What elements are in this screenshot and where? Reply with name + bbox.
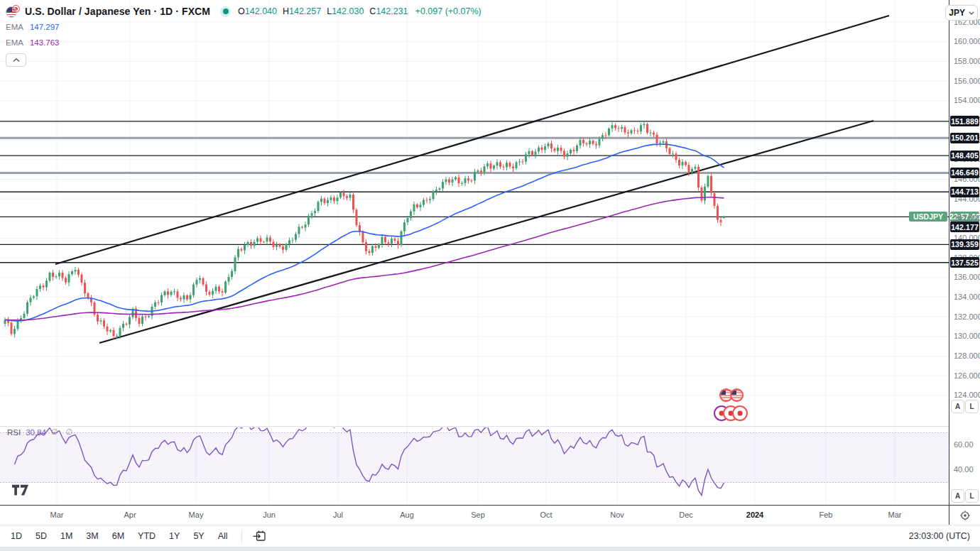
price-tick-label: 132.000 xyxy=(954,312,980,321)
price-level-badge: 144.713 xyxy=(950,187,979,197)
jp-flag-event-icon[interactable] xyxy=(732,405,748,421)
us-flag-event-icon[interactable] xyxy=(730,388,744,402)
log-scale-button[interactable]: L xyxy=(965,400,979,413)
month-label: Dec xyxy=(679,511,693,519)
month-label: Feb xyxy=(820,511,833,519)
price-tick-label: 158.000 xyxy=(954,57,980,65)
month-label: Sep xyxy=(471,511,485,519)
month-label: 2024 xyxy=(746,511,763,519)
currency-dropdown-label: JPY xyxy=(949,8,965,18)
rsi-tick-label: 40.00 xyxy=(954,465,974,474)
price-level-badge: 137.525 xyxy=(950,257,979,268)
rsi-legend[interactable]: RSI 30.84 ∅ ∅ xyxy=(7,427,75,437)
rsi-pane xyxy=(0,417,949,496)
price-change: +0.097 (+0.07%) xyxy=(415,6,481,16)
month-label: Jul xyxy=(333,511,343,519)
price-level-badge: 142.177 xyxy=(950,222,979,232)
rsi-tick-label: 60.00 xyxy=(954,440,974,449)
price-level-badge: 148.405 xyxy=(950,151,979,161)
month-label: May xyxy=(189,511,204,519)
range-1m[interactable]: 1M xyxy=(60,530,73,542)
symbol-title[interactable]: U.S. Dollar / Japanese Yen · 1D · FXCM xyxy=(25,6,210,17)
gridlines xyxy=(0,0,949,504)
auto-scale-button[interactable]: A xyxy=(951,400,964,413)
tradingview-window: U.S. Dollar / Japanese Yen · 1D · FXCM O… xyxy=(0,0,980,551)
tradingview-logo-watermark[interactable] xyxy=(12,484,29,499)
month-label: Nov xyxy=(610,511,624,519)
toolbar-divider xyxy=(241,530,242,543)
price-tick-label: 154.000 xyxy=(954,96,980,104)
ema-line xyxy=(5,197,724,320)
chart-legend: U.S. Dollar / Japanese Yen · 1D · FXCM O… xyxy=(6,4,481,67)
rsi-log-scale-button[interactable]: L xyxy=(965,489,979,503)
price-level-badge: 146.649 xyxy=(950,168,979,178)
price-chart[interactable] xyxy=(0,0,949,505)
price-level-badge: 150.201 xyxy=(950,133,979,143)
rsi-value: 30.84 xyxy=(26,428,46,437)
go-to-date-calendar-icon xyxy=(253,530,266,542)
ema-line xyxy=(5,144,724,321)
rsi-label: RSI xyxy=(7,428,21,437)
month-label: Aug xyxy=(400,511,414,519)
price-level-badge: 139.359 xyxy=(950,239,979,250)
price-tick-label: 156.000 xyxy=(954,77,980,85)
window-bottom-strip xyxy=(0,547,980,551)
us-jp-pair-flag-icon xyxy=(6,5,20,18)
ohlc-values: O142.040 H142.257 L142.030 C142.231 +0.0… xyxy=(238,6,481,16)
chevron-down-icon xyxy=(969,11,974,15)
range-ytd[interactable]: YTD xyxy=(137,530,156,542)
month-label: Apr xyxy=(124,511,136,519)
range-6m[interactable]: 6M xyxy=(111,530,125,542)
indicator-row-ema-fast[interactable]: EMA 147.297 xyxy=(6,19,481,34)
rsi-na-values: ∅ ∅ xyxy=(51,427,75,437)
month-label: Mar xyxy=(888,511,902,519)
price-axis[interactable]: A L 22:57:00 A L 60.00 40.00 162.000160.… xyxy=(949,0,980,505)
range-1y[interactable]: 1Y xyxy=(168,530,180,542)
timezone-clock[interactable]: 23:03:00 (UTC) xyxy=(909,531,970,541)
currency-dropdown[interactable]: JPY xyxy=(945,5,978,21)
range-3m[interactable]: 3M xyxy=(85,530,99,542)
symbol-price-line-label: USDJPY xyxy=(909,212,947,222)
range-5d[interactable]: 5D xyxy=(35,530,48,542)
rsi-auto-scale-button[interactable]: A xyxy=(951,489,964,503)
range-all[interactable]: All xyxy=(217,530,229,542)
range-1d[interactable]: 1D xyxy=(10,530,23,542)
indicator-row-ema-slow[interactable]: EMA 143.763 xyxy=(6,35,481,50)
bottom-toolbar: 1D5D1M3M6MYTD1Y5YAll 23:03:00 (UTC) xyxy=(0,525,980,547)
price-tick-label: 160.000 xyxy=(954,37,980,45)
price-tick-label: 136.000 xyxy=(954,273,980,281)
month-label: Mar xyxy=(50,511,64,519)
collapse-chevron-icon xyxy=(13,58,20,62)
market-status-dot[interactable] xyxy=(220,6,231,17)
time-axis-settings[interactable] xyxy=(949,506,980,525)
collapse-legend-button[interactable] xyxy=(6,53,26,67)
price-tick-label: 126.000 xyxy=(954,371,980,380)
price-tick-label: 128.000 xyxy=(954,351,980,360)
month-label: Jun xyxy=(263,511,276,519)
timezone-gear-icon xyxy=(960,511,970,520)
price-tick-label: 124.000 xyxy=(954,391,980,399)
price-tick-label: 130.000 xyxy=(954,332,980,340)
price-tick-label: 134.000 xyxy=(954,293,980,301)
go-to-date-button[interactable] xyxy=(251,528,268,544)
time-axis[interactable]: MarAprMayJunJulAugSepOctNovDec2024FebMar xyxy=(0,505,980,525)
range-5y[interactable]: 5Y xyxy=(192,530,205,542)
price-level-badge: 151.889 xyxy=(950,116,979,126)
date-range-switcher: 1D5D1M3M6MYTD1Y5YAll xyxy=(10,530,241,542)
month-label: Oct xyxy=(540,511,552,519)
